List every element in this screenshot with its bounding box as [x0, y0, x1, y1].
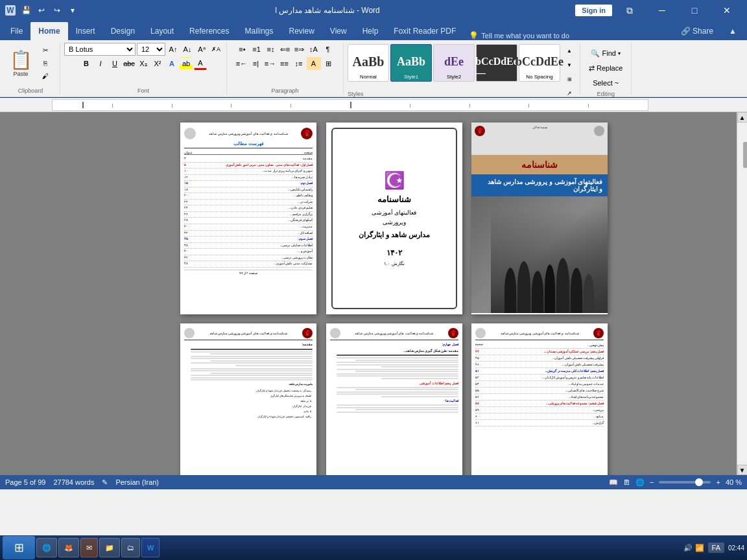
select-button[interactable]: Select ~ [588, 76, 623, 89]
view-print-icon[interactable]: 🖹 [623, 478, 630, 486]
show-hide-button[interactable]: ¶ [322, 43, 335, 56]
zoom-percent[interactable]: 40 % [726, 478, 742, 486]
styles-scroll-up[interactable]: ▲ [563, 44, 576, 57]
signin-button[interactable]: Sign in [575, 5, 612, 16]
replace-button[interactable]: ⇄ Replace [584, 62, 627, 75]
view-read-icon[interactable]: 📖 [609, 478, 618, 487]
multilevel-list-button[interactable]: ≡↕ [265, 43, 278, 56]
scroll-up-button[interactable]: ▲ [737, 112, 748, 122]
zoom-slider[interactable] [659, 481, 711, 484]
tab-layout[interactable]: Layout [143, 22, 182, 40]
copy-button[interactable]: ⎘ [36, 57, 54, 69]
scroll-down-button[interactable]: ▼ [737, 465, 748, 475]
sort-button[interactable]: ↕A [307, 43, 320, 56]
grow-font-button[interactable]: A↑ [167, 43, 180, 56]
font-color-button[interactable]: A [194, 57, 207, 70]
underline-button[interactable]: U [108, 57, 121, 70]
strikethrough-button[interactable]: abc [123, 57, 136, 70]
styles-scroll-down[interactable]: ▼ [563, 58, 576, 71]
taskbar-files[interactable]: 📁 [99, 538, 120, 557]
toc-row: اطلاعات تحلیلی درسی...۳۸ [184, 243, 313, 250]
tab-file[interactable]: File [3, 22, 30, 40]
zoom-out-button[interactable]: − [650, 478, 654, 486]
align-center-button[interactable]: ≡| [250, 57, 263, 70]
toc-row: فصل اول: فعالیت‌های مدیر، معاون مدیر، مر… [184, 163, 313, 169]
style-1[interactable]: AaBb Style1 [390, 44, 432, 82]
font-name-select[interactable]: B Lotus [64, 43, 136, 56]
minimize-button[interactable]: ─ [647, 0, 677, 21]
page5-logo-right [330, 328, 340, 338]
vertical-scrollbar[interactable]: ▲ ▼ [737, 112, 747, 475]
close-button[interactable]: ✕ [712, 0, 742, 21]
shrink-font-button[interactable]: A↓ [181, 43, 194, 56]
change-case-button[interactable]: Aᵃ [195, 43, 208, 56]
index-row: منابع...۶۰ [475, 414, 604, 420]
tab-review[interactable]: Review [281, 22, 322, 40]
doc-scroll[interactable]: 🌹 شناسنامه ی فعالیت های آموزشی وپرورشی م… [52, 112, 737, 475]
document-area: 🌹 شناسنامه ی فعالیت های آموزشی وپرورشی م… [0, 112, 747, 475]
status-bar: Page 5 of 99 27784 words ✎ Persian (Iran… [0, 475, 747, 489]
taskbar-browser[interactable]: 🌐 [36, 538, 57, 557]
shading-button[interactable]: A [307, 57, 321, 70]
undo-button[interactable]: ↩ [35, 4, 48, 17]
bullets-button[interactable]: ≡• [236, 43, 249, 56]
layout-button[interactable]: ⧉ [615, 0, 645, 21]
increase-indent-button[interactable]: ≡⇒ [293, 43, 306, 56]
find-button[interactable]: 🔍 Find ▾ [586, 47, 624, 60]
redo-button[interactable]: ↪ [51, 4, 64, 17]
toc-row: اضافه کار...۳۲ [184, 231, 313, 237]
tab-view[interactable]: View [322, 22, 355, 40]
borders-button[interactable]: ⊞ [322, 57, 335, 70]
clear-formatting-button[interactable]: ✗A [209, 43, 222, 56]
align-left-button[interactable]: ≡← [235, 57, 248, 70]
taskbar-word[interactable]: W [141, 538, 160, 557]
tab-home[interactable]: Home [30, 22, 67, 40]
tab-insert[interactable]: Insert [68, 22, 103, 40]
cut-button[interactable]: ✂ [36, 44, 54, 56]
styles-dialog-launcher[interactable]: ↗ [563, 87, 576, 100]
taskbar-firefox[interactable]: 🦊 [58, 538, 79, 557]
tab-foxit[interactable]: Foxit Reader PDF [386, 22, 464, 40]
style-minus[interactable]: bCcDdEe— [476, 44, 517, 82]
line-spacing-button[interactable]: ↕≡ [292, 57, 305, 70]
zoom-in-button[interactable]: + [716, 478, 720, 486]
decrease-indent-button[interactable]: ⇐≡ [279, 43, 292, 56]
scrollbar-thumb[interactable] [743, 142, 748, 168]
tab-references[interactable]: References [182, 22, 237, 40]
text-effects-button[interactable]: A [165, 57, 178, 70]
numbering-button[interactable]: ≡1 [250, 43, 263, 56]
text-highlight-button[interactable]: ab [180, 57, 193, 70]
save-button[interactable]: 💾 [19, 4, 32, 17]
language-button[interactable]: FA [708, 542, 724, 553]
subscript-button[interactable]: X₂ [137, 57, 150, 70]
more-qa-button[interactable]: ▾ [66, 4, 79, 17]
style-2[interactable]: dEe Style2 [433, 44, 475, 82]
superscript-button[interactable]: X² [151, 57, 164, 70]
restore-button[interactable]: □ [680, 0, 709, 21]
collapse-ribbon-button[interactable]: ▲ [721, 22, 744, 40]
bold-button[interactable]: B [80, 57, 93, 70]
tab-help[interactable]: Help [355, 22, 386, 40]
italic-button[interactable]: I [94, 57, 107, 70]
style-normal[interactable]: AaBb Normal [348, 44, 389, 82]
tell-me-text[interactable]: Tell me what you want to do [481, 32, 569, 40]
taskbar-mail[interactable]: ✉ [80, 538, 98, 557]
start-icon: ⊞ [14, 541, 24, 555]
styles-expand[interactable]: ⊞ [563, 73, 576, 86]
start-button[interactable]: ⊞ [3, 536, 35, 559]
paste-button[interactable]: 📋 Paste [6, 44, 35, 82]
share-button[interactable]: 🔗 Share [673, 22, 721, 40]
view-web-icon[interactable]: 🌐 [635, 478, 645, 487]
tab-design[interactable]: Design [103, 22, 143, 40]
toc-row: راهنمایی تکلیفی...۱۸ [184, 187, 313, 194]
justify-button[interactable]: ≡≡ [278, 57, 291, 70]
format-painter-button[interactable]: 🖌 [36, 70, 54, 82]
tab-mailings[interactable]: Mailings [237, 22, 281, 40]
taskbar-explorer[interactable]: 🗂 [121, 538, 140, 557]
style-no-spacing[interactable]: bCcDdEe No Spacing [519, 44, 560, 82]
page2-edition: نگارش ۱.۰ [384, 261, 405, 266]
page5-section: فصل چهارم: [330, 342, 458, 347]
align-right-button[interactable]: ≡→ [264, 57, 277, 70]
font-size-select[interactable]: 12 [137, 43, 165, 56]
no-spacing-label: No Spacing [526, 74, 552, 80]
